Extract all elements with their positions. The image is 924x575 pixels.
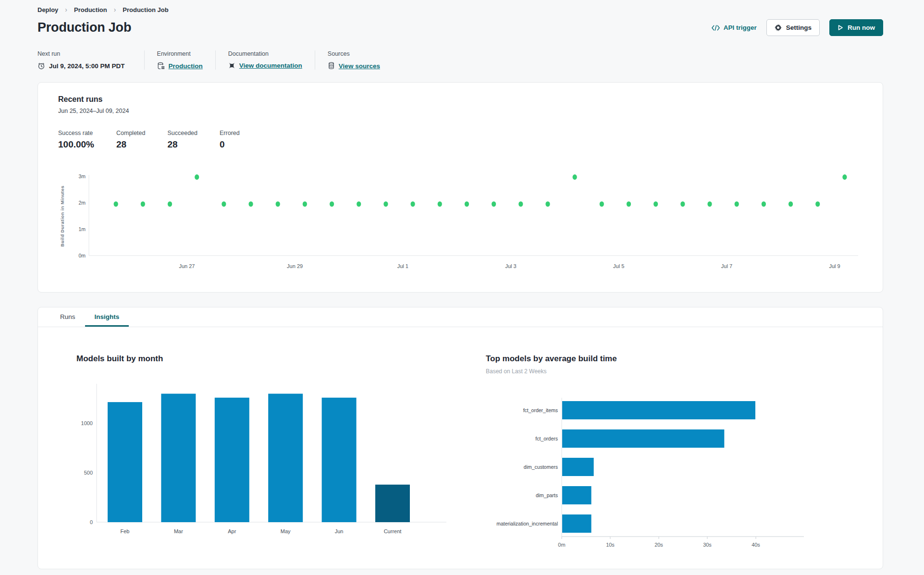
dbt-logo-icon	[228, 62, 235, 69]
svg-text:20s: 20s	[654, 542, 663, 548]
database-icon	[328, 62, 335, 70]
svg-text:Current: Current	[384, 528, 402, 534]
svg-text:10s: 10s	[606, 542, 615, 548]
run-duration-point	[762, 201, 766, 207]
tab-runs[interactable]: Runs	[50, 307, 85, 327]
breadcrumb-production[interactable]: Production	[74, 6, 107, 13]
code-icon	[712, 25, 720, 31]
svg-text:0m: 0m	[558, 542, 565, 548]
svg-text:Feb: Feb	[121, 528, 130, 534]
run-duration-point	[735, 201, 739, 207]
svg-text:3m: 3m	[78, 173, 86, 179]
svg-text:dim_customers: dim_customers	[524, 464, 558, 470]
svg-text:fct_order_items: fct_order_items	[523, 407, 558, 413]
page-header: Production Job API trigger Settings Run …	[37, 19, 883, 36]
run-duration-point	[600, 201, 604, 207]
breadcrumb-production-job: Production Job	[123, 6, 168, 13]
documentation-label: Documentation	[228, 50, 302, 57]
model-bar-materialization_incremental	[562, 514, 591, 533]
play-icon	[838, 24, 843, 31]
svg-text:Jul 5: Jul 5	[613, 263, 624, 269]
svg-text:Jul 3: Jul 3	[505, 263, 516, 269]
stat-errored: Errored 0	[220, 130, 240, 150]
run-duration-point	[680, 201, 685, 207]
svg-text:Jul 1: Jul 1	[397, 263, 408, 269]
header-actions: API trigger Settings Run now	[712, 19, 883, 36]
breadcrumb-separator-icon: ›	[114, 6, 116, 13]
environment-column: Environment Production	[144, 50, 215, 70]
run-duration-point	[222, 201, 226, 207]
recent-runs-stats: Success rate 100.00% Completed 28 Succee…	[58, 130, 864, 150]
run-duration-point	[545, 201, 550, 207]
breadcrumb: Deploy › Production › Production Job	[37, 6, 883, 13]
sources-column: Sources View sources	[315, 50, 393, 70]
settings-button[interactable]: Settings	[766, 19, 820, 36]
models-by-month-chart: 05001000FebMarAprMayJunCurrent	[76, 384, 461, 538]
svg-text:Apr: Apr	[228, 528, 236, 534]
svg-text:fct_orders: fct_orders	[535, 436, 558, 441]
run-duration-point	[707, 201, 712, 207]
page-title: Production Job	[37, 20, 131, 35]
svg-text:40s: 40s	[752, 542, 760, 548]
svg-text:30s: 30s	[703, 542, 712, 548]
run-duration-point	[465, 201, 469, 207]
svg-text:0: 0	[90, 519, 93, 525]
view-documentation-link[interactable]: View documentation	[239, 62, 302, 69]
breadcrumb-separator-icon: ›	[65, 6, 67, 13]
svg-text:Mar: Mar	[174, 528, 183, 534]
environment-label: Environment	[157, 50, 203, 57]
api-trigger-link[interactable]: API trigger	[712, 24, 757, 31]
tabbar: Runs Insights	[38, 307, 883, 327]
run-duration-point	[411, 201, 415, 207]
next-run-label: Next run	[37, 50, 125, 57]
api-trigger-label: API trigger	[724, 24, 757, 31]
month-bar-jun	[322, 398, 357, 522]
svg-text:1000: 1000	[81, 420, 93, 426]
run-duration-point	[573, 174, 577, 180]
month-bar-apr	[215, 398, 249, 522]
run-duration-point	[627, 201, 631, 207]
insights-charts: Models built by month 05001000FebMarAprM…	[38, 327, 883, 559]
next-run-column: Next run Jul 9, 2024, 5:00 PM PDT	[37, 50, 144, 70]
month-bar-may	[268, 394, 303, 522]
run-duration-point	[653, 201, 658, 207]
run-duration-point	[357, 201, 361, 207]
top-models-panel: Top models by average build time Based o…	[486, 354, 832, 554]
run-duration-point	[815, 201, 820, 207]
view-sources-link[interactable]: View sources	[339, 62, 380, 70]
environment-link[interactable]: Production	[169, 62, 203, 70]
sources-label: Sources	[328, 50, 380, 57]
top-models-title: Top models by average build time	[486, 354, 832, 364]
month-bar-mar	[161, 394, 196, 522]
svg-text:Build Duration in Minutes: Build Duration in Minutes	[60, 185, 65, 247]
svg-text:Jun 29: Jun 29	[287, 263, 303, 269]
run-duration-point	[438, 201, 442, 207]
run-now-button[interactable]: Run now	[829, 19, 883, 36]
svg-text:May: May	[281, 528, 291, 534]
next-run-value: Jul 9, 2024, 5:00 PM PDT	[49, 62, 125, 70]
models-by-month-panel: Models built by month 05001000FebMarAprM…	[76, 354, 486, 554]
recent-runs-title: Recent runs	[58, 95, 864, 104]
svg-text:500: 500	[84, 470, 93, 476]
database-gear-icon	[157, 62, 165, 70]
insights-card: Runs Insights Models built by month 0500…	[37, 307, 883, 569]
build-duration-chart: 0m1m2m3mJun 27Jun 29Jul 1Jul 3Jul 5Jul 7…	[58, 172, 865, 274]
breadcrumb-deploy[interactable]: Deploy	[37, 6, 58, 13]
page: Deploy › Production › Production Job Pro…	[0, 0, 924, 569]
svg-text:materialization_incremental: materialization_incremental	[496, 521, 558, 526]
clock-icon	[37, 62, 45, 70]
svg-text:2m: 2m	[78, 200, 86, 206]
run-duration-point	[303, 201, 307, 207]
svg-text:dim_parts: dim_parts	[536, 492, 558, 498]
svg-text:Jul 7: Jul 7	[721, 263, 732, 269]
tab-insights[interactable]: Insights	[85, 307, 129, 327]
model-bar-dim_parts	[562, 486, 591, 504]
model-bar-dim_customers	[562, 458, 594, 476]
top-models-chart: 0m10s20s30s40sfct_order_itemsfct_ordersd…	[486, 396, 832, 554]
settings-label: Settings	[786, 24, 812, 31]
run-duration-point	[114, 201, 118, 207]
run-duration-point	[788, 201, 793, 207]
run-duration-point	[383, 201, 388, 207]
model-bar-fct_order_items	[562, 401, 755, 419]
run-duration-point	[141, 201, 145, 207]
